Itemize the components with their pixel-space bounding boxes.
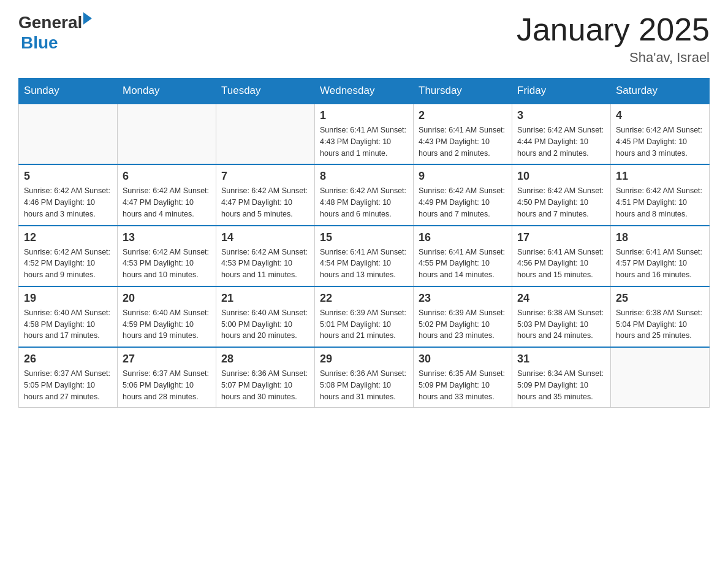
calendar-cell: 12Sunrise: 6:42 AM Sunset: 4:52 PM Dayli… — [19, 226, 118, 286]
day-info: Sunrise: 6:38 AM Sunset: 5:04 PM Dayligh… — [616, 307, 704, 342]
column-header-monday: Monday — [118, 79, 216, 104]
column-header-sunday: Sunday — [19, 79, 118, 104]
day-number: 19 — [24, 292, 112, 305]
calendar-cell: 7Sunrise: 6:42 AM Sunset: 4:47 PM Daylig… — [216, 164, 315, 225]
day-info: Sunrise: 6:41 AM Sunset: 4:56 PM Dayligh… — [517, 247, 605, 281]
day-number: 8 — [320, 170, 408, 183]
calendar-cell: 18Sunrise: 6:41 AM Sunset: 4:57 PM Dayli… — [611, 226, 710, 286]
day-number: 13 — [123, 231, 211, 244]
day-number: 18 — [616, 231, 704, 244]
day-info: Sunrise: 6:39 AM Sunset: 5:01 PM Dayligh… — [320, 307, 408, 342]
day-number: 17 — [517, 231, 605, 244]
day-info: Sunrise: 6:42 AM Sunset: 4:53 PM Dayligh… — [123, 247, 211, 281]
day-info: Sunrise: 6:40 AM Sunset: 4:58 PM Dayligh… — [24, 307, 112, 342]
day-number: 21 — [221, 292, 309, 305]
column-header-friday: Friday — [512, 79, 611, 104]
calendar-cell: 21Sunrise: 6:40 AM Sunset: 5:00 PM Dayli… — [216, 286, 315, 347]
calendar-cell: 8Sunrise: 6:42 AM Sunset: 4:48 PM Daylig… — [315, 164, 414, 225]
calendar-subtitle: Sha'av, Israel — [517, 50, 710, 66]
day-number: 28 — [221, 353, 309, 366]
logo-blue-text: Blue — [21, 33, 58, 53]
logo: General Blue — [18, 12, 92, 53]
calendar-week-row: 26Sunrise: 6:37 AM Sunset: 5:05 PM Dayli… — [19, 347, 710, 408]
calendar-cell: 31Sunrise: 6:34 AM Sunset: 5:09 PM Dayli… — [512, 347, 611, 408]
calendar-cell: 15Sunrise: 6:41 AM Sunset: 4:54 PM Dayli… — [315, 226, 414, 286]
column-header-saturday: Saturday — [611, 79, 710, 104]
calendar-cell: 25Sunrise: 6:38 AM Sunset: 5:04 PM Dayli… — [611, 286, 710, 347]
day-info: Sunrise: 6:37 AM Sunset: 5:05 PM Dayligh… — [24, 368, 112, 402]
calendar-cell: 26Sunrise: 6:37 AM Sunset: 5:05 PM Dayli… — [19, 347, 118, 408]
day-number: 2 — [419, 109, 507, 122]
day-info: Sunrise: 6:42 AM Sunset: 4:53 PM Dayligh… — [221, 247, 309, 281]
day-number: 24 — [517, 292, 605, 305]
calendar-cell: 10Sunrise: 6:42 AM Sunset: 4:50 PM Dayli… — [512, 164, 611, 225]
calendar-cell: 27Sunrise: 6:37 AM Sunset: 5:06 PM Dayli… — [118, 347, 216, 408]
calendar-cell: 19Sunrise: 6:40 AM Sunset: 4:58 PM Dayli… — [19, 286, 118, 347]
day-number: 27 — [123, 353, 211, 366]
day-info: Sunrise: 6:36 AM Sunset: 5:07 PM Dayligh… — [221, 368, 309, 402]
calendar-cell: 11Sunrise: 6:42 AM Sunset: 4:51 PM Dayli… — [611, 164, 710, 225]
calendar-cell: 23Sunrise: 6:39 AM Sunset: 5:02 PM Dayli… — [414, 286, 512, 347]
calendar-cell: 20Sunrise: 6:40 AM Sunset: 4:59 PM Dayli… — [118, 286, 216, 347]
day-number: 6 — [123, 170, 211, 183]
calendar-week-row: 19Sunrise: 6:40 AM Sunset: 4:58 PM Dayli… — [19, 286, 710, 347]
logo-general-text: General — [18, 13, 82, 33]
day-info: Sunrise: 6:42 AM Sunset: 4:44 PM Dayligh… — [517, 124, 605, 159]
day-info: Sunrise: 6:42 AM Sunset: 4:47 PM Dayligh… — [123, 185, 211, 220]
day-info: Sunrise: 6:42 AM Sunset: 4:52 PM Dayligh… — [24, 247, 112, 281]
calendar-cell: 16Sunrise: 6:41 AM Sunset: 4:55 PM Dayli… — [414, 226, 512, 286]
day-number: 23 — [419, 292, 507, 305]
day-number: 10 — [517, 170, 605, 183]
day-info: Sunrise: 6:42 AM Sunset: 4:50 PM Dayligh… — [517, 185, 605, 220]
day-number: 1 — [320, 109, 408, 122]
calendar-table: SundayMondayTuesdayWednesdayThursdayFrid… — [18, 78, 710, 408]
day-info: Sunrise: 6:42 AM Sunset: 4:45 PM Dayligh… — [616, 124, 704, 159]
calendar-week-row: 12Sunrise: 6:42 AM Sunset: 4:52 PM Dayli… — [19, 226, 710, 286]
day-info: Sunrise: 6:36 AM Sunset: 5:08 PM Dayligh… — [320, 368, 408, 402]
day-info: Sunrise: 6:34 AM Sunset: 5:09 PM Dayligh… — [517, 368, 605, 402]
day-info: Sunrise: 6:37 AM Sunset: 5:06 PM Dayligh… — [123, 368, 211, 402]
day-number: 16 — [419, 231, 507, 244]
calendar-week-row: 1Sunrise: 6:41 AM Sunset: 4:43 PM Daylig… — [19, 104, 710, 164]
day-number: 12 — [24, 231, 112, 244]
calendar-cell: 6Sunrise: 6:42 AM Sunset: 4:47 PM Daylig… — [118, 164, 216, 225]
day-info: Sunrise: 6:35 AM Sunset: 5:09 PM Dayligh… — [419, 368, 507, 402]
calendar-cell: 2Sunrise: 6:41 AM Sunset: 4:43 PM Daylig… — [414, 104, 512, 164]
day-number: 15 — [320, 231, 408, 244]
calendar-cell: 30Sunrise: 6:35 AM Sunset: 5:09 PM Dayli… — [414, 347, 512, 408]
calendar-cell: 24Sunrise: 6:38 AM Sunset: 5:03 PM Dayli… — [512, 286, 611, 347]
calendar-cell: 17Sunrise: 6:41 AM Sunset: 4:56 PM Dayli… — [512, 226, 611, 286]
day-number: 25 — [616, 292, 704, 305]
calendar-cell: 29Sunrise: 6:36 AM Sunset: 5:08 PM Dayli… — [315, 347, 414, 408]
calendar-cell — [216, 104, 315, 164]
column-header-thursday: Thursday — [414, 79, 512, 104]
day-number: 3 — [517, 109, 605, 122]
day-number: 4 — [616, 109, 704, 122]
calendar-cell — [118, 104, 216, 164]
day-info: Sunrise: 6:41 AM Sunset: 4:57 PM Dayligh… — [616, 247, 704, 281]
day-number: 30 — [419, 353, 507, 366]
day-number: 29 — [320, 353, 408, 366]
day-number: 26 — [24, 353, 112, 366]
calendar-cell: 5Sunrise: 6:42 AM Sunset: 4:46 PM Daylig… — [19, 164, 118, 225]
day-number: 7 — [221, 170, 309, 183]
calendar-cell — [611, 347, 710, 408]
calendar-cell: 9Sunrise: 6:42 AM Sunset: 4:49 PM Daylig… — [414, 164, 512, 225]
day-number: 31 — [517, 353, 605, 366]
calendar-cell: 3Sunrise: 6:42 AM Sunset: 4:44 PM Daylig… — [512, 104, 611, 164]
day-number: 5 — [24, 170, 112, 183]
calendar-cell: 1Sunrise: 6:41 AM Sunset: 4:43 PM Daylig… — [315, 104, 414, 164]
calendar-cell: 14Sunrise: 6:42 AM Sunset: 4:53 PM Dayli… — [216, 226, 315, 286]
column-header-wednesday: Wednesday — [315, 79, 414, 104]
calendar-title: January 2025 — [517, 12, 710, 47]
page-header: General Blue January 2025 Sha'av, Israel — [18, 12, 710, 66]
column-header-tuesday: Tuesday — [216, 79, 315, 104]
calendar-cell: 28Sunrise: 6:36 AM Sunset: 5:07 PM Dayli… — [216, 347, 315, 408]
logo-triangle-icon — [83, 12, 92, 25]
day-info: Sunrise: 6:40 AM Sunset: 4:59 PM Dayligh… — [123, 307, 211, 342]
day-info: Sunrise: 6:42 AM Sunset: 4:49 PM Dayligh… — [419, 185, 507, 220]
day-info: Sunrise: 6:42 AM Sunset: 4:47 PM Dayligh… — [221, 185, 309, 220]
calendar-cell — [19, 104, 118, 164]
day-info: Sunrise: 6:42 AM Sunset: 4:51 PM Dayligh… — [616, 185, 704, 220]
day-info: Sunrise: 6:42 AM Sunset: 4:48 PM Dayligh… — [320, 185, 408, 220]
